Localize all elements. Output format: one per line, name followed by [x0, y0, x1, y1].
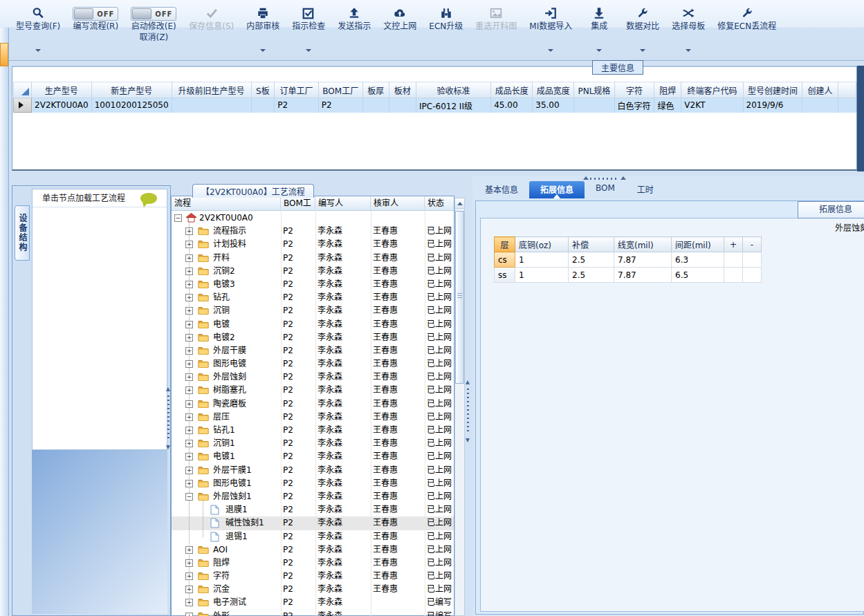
tree-node-label[interactable]: 层压 [213, 411, 230, 423]
column-header[interactable]: 型号创建时间 [743, 82, 802, 98]
tree-node-label[interactable]: 钻孔 [213, 292, 230, 304]
tree-node-label[interactable]: 电镀1 [213, 451, 235, 463]
tree-node-label[interactable]: 字符 [213, 570, 230, 582]
tree-row[interactable]: +电镀P2李永森王春惠已上网 [172, 318, 454, 331]
toolbar-button-mi-import[interactable]: MI数据导入 [524, 3, 577, 59]
collapse-icon[interactable]: − [174, 214, 182, 222]
splitter-left[interactable] [166, 387, 171, 449]
cell[interactable] [172, 98, 251, 113]
remove-row-button[interactable]: - [743, 237, 762, 252]
tree-node-label[interactable]: 外层蚀刻 [213, 371, 246, 383]
collapse-icon[interactable]: − [185, 493, 193, 501]
tree-row[interactable]: +阻焊P2李永森王春惠已上网 [172, 557, 454, 570]
expand-icon[interactable]: + [185, 281, 193, 288]
cell[interactable]: 45.00 [491, 98, 533, 113]
cell[interactable] [251, 98, 275, 113]
etch-param-row[interactable]: ss12.57.876.5 [495, 268, 762, 283]
tree-row[interactable]: +沉铜P2李永森王春惠已上网 [172, 304, 454, 317]
tree-node-label[interactable]: 流程指示 [213, 225, 246, 237]
column-header[interactable]: 字符 [614, 82, 654, 98]
expand-icon[interactable]: + [185, 440, 193, 447]
tree-row[interactable]: −2V2KT0U0A0 [172, 212, 454, 225]
tree-column-header[interactable]: 流程 [172, 196, 281, 211]
tree-node-label[interactable]: 外形 [213, 610, 230, 616]
tree-node-label[interactable]: 钻孔1 [213, 424, 235, 436]
cell[interactable] [574, 98, 614, 113]
tree-node-label[interactable]: 2V2KT0U0A0 [199, 212, 253, 224]
column-header[interactable]: 成品长度 [491, 82, 533, 98]
expand-icon[interactable]: + [185, 227, 193, 235]
tree-column-header[interactable]: 核审人 [371, 196, 425, 211]
tree-node-label[interactable]: 沉铜 [213, 305, 230, 317]
tree-row[interactable]: +字符P2李永森王春惠已上网 [172, 570, 454, 583]
dropdown-arrow-icon[interactable] [35, 49, 41, 52]
flow-tree-scrollbar[interactable] [454, 198, 465, 616]
tree-node-label[interactable]: 电镀3 [213, 279, 235, 290]
toolbar-button-fix-ecn[interactable]: 修复ECN丢流程 [713, 3, 781, 59]
toggle-write-flow[interactable]: OFF [73, 7, 118, 21]
tree-row[interactable]: 退膜1P2李永森王春惠已上网 [172, 503, 454, 516]
toolbar-button-instruction-check[interactable]: 指示检查 [287, 3, 330, 59]
docked-tab-orange[interactable] [0, 43, 8, 66]
tree-row[interactable]: +外层干膜1P2李永森王春惠已上网 [172, 464, 454, 477]
tree-row[interactable]: +层压P2李永森王春惠已上网 [172, 411, 454, 424]
column-header[interactable]: 板材 [389, 82, 416, 98]
cell[interactable] [743, 252, 762, 268]
layer-cell[interactable]: ss [495, 268, 515, 283]
splitter-middle[interactable] [466, 380, 470, 442]
cell[interactable]: 7.87 [614, 252, 672, 268]
tree-row[interactable]: +开料P2李永森王春惠已上网 [172, 252, 454, 265]
cell[interactable]: 6.5 [672, 268, 724, 283]
tree-node-label[interactable]: AOI [213, 544, 228, 556]
tree-node-label[interactable]: 开料 [213, 252, 230, 264]
tree-row[interactable]: +外层干膜P2李永森王春惠已上网 [172, 344, 454, 357]
tree-row[interactable]: +外形P2李永森已编写 [172, 610, 454, 616]
dropdown-arrow-icon[interactable] [260, 49, 266, 52]
column-header[interactable]: 生产型号 [32, 82, 92, 98]
expand-icon[interactable]: + [185, 347, 193, 355]
main-info-row[interactable]: 2V2KT0U0A010010200125050P2P2IPC-6012 II级… [14, 98, 856, 113]
tree-row[interactable]: +外层蚀刻P2李永森王春惠已上网 [172, 371, 454, 384]
tree-node-label[interactable]: 图形电镀 [213, 358, 246, 370]
tree-node-label[interactable]: 碱性蚀刻1 [226, 517, 264, 529]
side-tab-extended-info[interactable]: 拓展信息 [798, 201, 864, 218]
cell[interactable]: 2019/9/6 [743, 98, 802, 113]
tree-row[interactable]: 退锡1P2李永森王春惠已上网 [172, 530, 454, 543]
toggle-start-modify[interactable]: OFF [131, 7, 176, 21]
column-header[interactable]: PNL规格 [574, 82, 614, 98]
expand-icon[interactable]: + [185, 467, 193, 474]
cell[interactable]: 7.87 [614, 268, 672, 283]
tree-row[interactable]: +图形电镀P2李永森王春惠已上网 [172, 357, 454, 371]
column-header[interactable]: 升级前旧生产型号 [172, 82, 251, 98]
toolbar-button-send-instruction[interactable]: 发送指示 [333, 3, 376, 59]
cell[interactable]: P2 [318, 98, 362, 113]
toolbar-button-integrate[interactable]: 集成 [580, 3, 618, 59]
column-header[interactable]: 订单工厂 [275, 82, 318, 98]
tree-column-header[interactable]: 编写人 [315, 196, 371, 211]
expand-icon[interactable]: + [185, 599, 193, 606]
tree-row[interactable]: +AOIP2李永森王春惠已上网 [172, 543, 454, 557]
toolbar-button-start-modify[interactable]: OFF启动修改(E)取消(Z) [126, 3, 181, 59]
tree-row[interactable]: +流程指示P2李永森王春惠已上网 [172, 225, 454, 238]
cell[interactable]: 绿色 [654, 98, 681, 113]
cell[interactable]: 1 [515, 252, 569, 268]
expand-icon[interactable]: + [185, 254, 193, 262]
tree-node-label[interactable]: 电镀 [213, 319, 230, 330]
expand-icon[interactable]: + [185, 268, 193, 275]
cell[interactable]: 2.5 [569, 252, 614, 268]
tree-node-label[interactable]: 沉铜1 [213, 438, 235, 449]
tree-column-header[interactable]: 状态 [425, 196, 455, 211]
expand-icon[interactable]: + [185, 321, 193, 328]
toolbar-button-ecn-upgrade[interactable]: ECN升级 [424, 3, 468, 59]
tree-row[interactable]: 碱性蚀刻1P2李永森王春惠已上网 [172, 516, 454, 530]
tree-row[interactable]: +电镀2P2李永森王春惠已上网 [172, 331, 454, 344]
column-header[interactable]: 终端客户代码 [681, 82, 743, 98]
etch-param-row[interactable]: cs12.57.876.3 [495, 252, 762, 268]
tab-拓展信息[interactable]: 拓展信息 [529, 181, 585, 198]
tree-node-label[interactable]: 沉金 [213, 584, 230, 595]
cell[interactable]: 6.3 [672, 252, 724, 268]
splitter-top[interactable] [583, 176, 626, 180]
tree-row[interactable]: +电镀1P2李永森王春惠已上网 [172, 450, 454, 463]
cell[interactable] [724, 268, 743, 283]
tree-node-label[interactable]: 退膜1 [226, 504, 248, 516]
